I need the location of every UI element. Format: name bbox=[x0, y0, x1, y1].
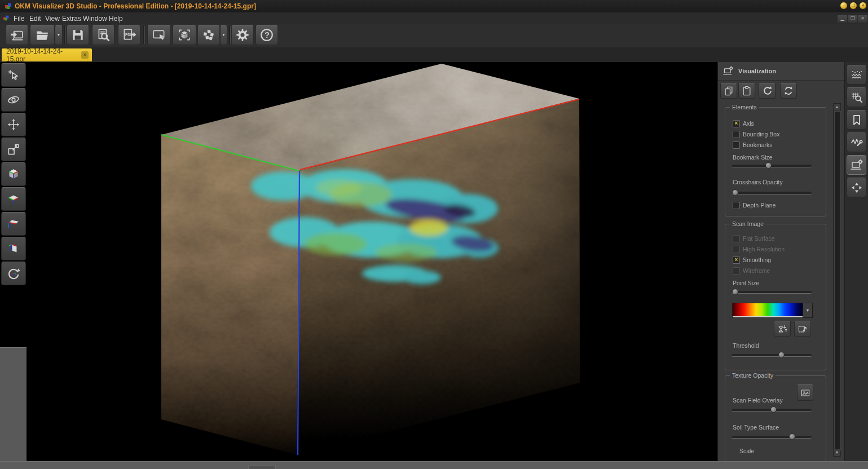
search-document-icon bbox=[96, 28, 111, 42]
depth-plane-label: Depth-Plane bbox=[743, 202, 776, 209]
signal-tools-panel-button[interactable] bbox=[847, 132, 866, 152]
reset-rotation-icon bbox=[6, 266, 21, 281]
window-minimize-button[interactable]: – bbox=[840, 2, 847, 9]
title-bar: OKM Visualizer 3D Studio - Professional … bbox=[0, 0, 868, 12]
scan-field-overlay-slider[interactable] bbox=[732, 406, 812, 413]
scroll-up-icon[interactable]: ▲ bbox=[834, 104, 840, 110]
refresh-button[interactable] bbox=[780, 83, 797, 99]
dropdown-arrow-icon: ▼ bbox=[221, 25, 227, 45]
reset-rotation-button[interactable] bbox=[1, 262, 26, 285]
save-button[interactable] bbox=[67, 25, 89, 45]
bookmark-size-slider[interactable] bbox=[732, 162, 812, 169]
export-pdf-button[interactable]: PDF bbox=[118, 25, 140, 45]
window-maximize-button[interactable]: □ bbox=[850, 2, 857, 9]
toolbar-separator bbox=[229, 26, 231, 44]
soil-type-surface-label: Soil Type Surface bbox=[733, 424, 779, 431]
panel-header: Visualization bbox=[718, 62, 845, 81]
panel-scrollbar[interactable]: ▲ ▼ bbox=[833, 103, 841, 457]
colormap-select[interactable]: ▼ bbox=[732, 303, 813, 318]
scale-label: Scale bbox=[739, 448, 754, 454]
visualization-panel: Visualization Elements × Axis Bounding B… bbox=[717, 62, 845, 461]
status-bar-grip[interactable] bbox=[248, 466, 276, 469]
tab-close-icon[interactable]: × bbox=[81, 51, 89, 59]
window-title: OKM Visualizer 3D Studio - Professional … bbox=[15, 2, 256, 10]
mdi-minimize-button[interactable]: ▁ bbox=[837, 15, 848, 23]
laptop-gear-icon bbox=[850, 158, 863, 172]
crosshairs-opacity-label: Crosshairs Opacity bbox=[733, 179, 783, 185]
open-dropdown-button[interactable]: ▼ bbox=[55, 25, 63, 45]
view-side-left-button[interactable] bbox=[1, 212, 26, 236]
toolbar-separator bbox=[143, 26, 145, 44]
axis-checkbox[interactable]: × bbox=[733, 120, 740, 127]
grid-search-panel-button[interactable] bbox=[847, 87, 866, 107]
document-tab[interactable]: 2019-10-14-14-24-15.gpr × bbox=[2, 48, 92, 61]
flat-surface-checkbox bbox=[733, 235, 740, 242]
refresh-icon bbox=[783, 85, 794, 96]
resize-tool-button[interactable] bbox=[1, 138, 26, 161]
bounding-box-checkbox[interactable] bbox=[733, 131, 740, 138]
high-resolution-label: High Resolution bbox=[743, 246, 785, 253]
clip-range-button[interactable] bbox=[794, 321, 811, 337]
colormap-dropdown-icon[interactable]: ▼ bbox=[803, 303, 812, 317]
copy-settings-button[interactable] bbox=[720, 83, 737, 99]
view-side-right-button[interactable] bbox=[1, 237, 26, 260]
side-panel-toolbar bbox=[844, 62, 868, 461]
value-range-button[interactable] bbox=[774, 321, 791, 337]
clip-range-icon bbox=[797, 323, 808, 334]
viewport-3d[interactable] bbox=[27, 62, 717, 461]
scan-image-group-title: Scan Image bbox=[730, 220, 766, 227]
navigation-panel-button[interactable] bbox=[847, 178, 866, 197]
main-toolbar: ▼ PDF bbox=[0, 24, 868, 48]
copy-icon bbox=[723, 85, 734, 96]
view-top-button[interactable] bbox=[1, 187, 26, 211]
bookmarks-panel-button[interactable] bbox=[847, 110, 866, 130]
resize-icon bbox=[6, 142, 21, 157]
depth-plane-checkbox[interactable] bbox=[733, 202, 740, 209]
import-button[interactable] bbox=[6, 25, 28, 45]
report-preview-button[interactable] bbox=[92, 25, 114, 45]
value-range-icon bbox=[777, 323, 788, 334]
open-button[interactable] bbox=[30, 25, 55, 45]
threshold-label: Threshold bbox=[733, 342, 759, 349]
bookmarks-checkbox[interactable] bbox=[733, 141, 740, 149]
visualization-panel-button[interactable] bbox=[847, 155, 866, 175]
view-top-icon bbox=[6, 192, 21, 206]
threshold-slider[interactable] bbox=[732, 352, 812, 359]
soil-block-scene bbox=[27, 62, 717, 461]
window-close-button[interactable]: × bbox=[860, 2, 866, 9]
fit-3d-view-button[interactable] bbox=[173, 25, 196, 45]
scroll-down-icon[interactable]: ▼ bbox=[834, 449, 840, 456]
svg-text:?: ? bbox=[265, 30, 270, 39]
smoothing-checkbox[interactable]: × bbox=[733, 256, 740, 264]
help-button[interactable]: ? bbox=[255, 25, 278, 45]
pan-tool-button[interactable] bbox=[1, 113, 26, 136]
paste-settings-button[interactable] bbox=[738, 83, 755, 99]
view-side-right-icon bbox=[6, 241, 21, 256]
app-logo-icon bbox=[5, 2, 12, 10]
undo-button[interactable] bbox=[759, 83, 776, 99]
point-size-slider[interactable] bbox=[732, 289, 812, 295]
help-icon: ? bbox=[259, 28, 274, 42]
orbit-tool-button[interactable] bbox=[1, 88, 26, 112]
pointer-tool-button[interactable] bbox=[1, 63, 26, 87]
point-size-label: Point Size bbox=[733, 280, 759, 286]
mdi-restore-button[interactable]: ❐ bbox=[847, 15, 858, 23]
settings-button[interactable] bbox=[231, 25, 254, 45]
ground-scan-panel-button[interactable] bbox=[847, 65, 866, 85]
menu-file[interactable]: File bbox=[10, 14, 28, 23]
touch-mode-button[interactable] bbox=[147, 25, 171, 45]
point-cloud-dropdown-button[interactable]: ▼ bbox=[220, 25, 227, 45]
mdi-close-button[interactable]: ✕ bbox=[857, 15, 868, 23]
save-icon bbox=[71, 28, 85, 42]
soil-type-surface-slider[interactable] bbox=[732, 433, 812, 440]
import-icon bbox=[10, 28, 24, 42]
scrollbar-thumb[interactable] bbox=[834, 111, 841, 450]
cube-3d-icon bbox=[6, 167, 21, 182]
view-3d-button[interactable] bbox=[1, 162, 26, 186]
elements-group-title: Elements bbox=[730, 104, 759, 110]
point-cloud-button[interactable] bbox=[197, 25, 220, 45]
crosshairs-opacity-slider[interactable] bbox=[732, 189, 812, 196]
menu-help[interactable]: Help bbox=[105, 14, 126, 23]
move-cross-icon bbox=[850, 181, 863, 194]
texture-image-button[interactable] bbox=[797, 384, 813, 401]
